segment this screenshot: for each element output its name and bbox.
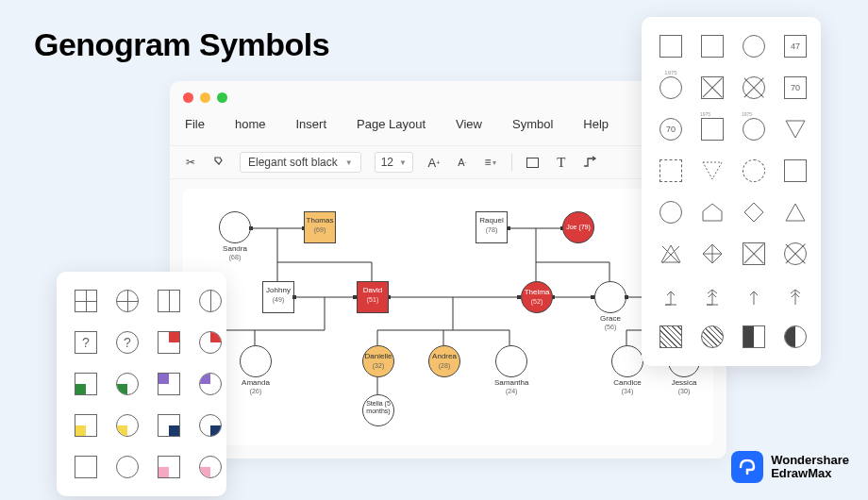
sym-circle-crosshair[interactable] [111,285,143,317]
connector-lines [183,189,713,445]
sym-r-plant1[interactable] [655,279,687,311]
node-amanda[interactable]: Amanda(26) [240,345,272,394]
sym-r-ci-halfdark[interactable] [779,321,811,353]
canvas[interactable]: Sandra(68) Thomas(69) Raquel(78) Joe (79… [183,189,713,445]
sym-r-plant3[interactable] [738,279,770,311]
sym-r-plant2[interactable] [696,279,728,311]
node-stella[interactable]: Stella (5 months) [362,394,394,428]
sym-square-pink-bl[interactable] [153,451,185,483]
increase-font-icon[interactable]: A+ [426,155,442,170]
format-painter-icon[interactable] [211,155,226,170]
sym-circle-purple-tl[interactable] [194,368,226,400]
menu-file[interactable]: File [185,117,205,131]
node-andrea[interactable]: Andrea(28) [428,345,460,379]
sym-circle-green-bl[interactable] [111,368,143,400]
sym-r-ci-years[interactable]: 1975 [738,113,770,145]
sym-square-split-vert[interactable] [153,285,185,317]
brand-icon [731,451,763,483]
node-sandra[interactable]: Sandra(68) [219,211,251,260]
node-grace[interactable]: Grace(56) [594,281,626,330]
sym-r-sq-solid[interactable] [779,155,811,187]
sym-r-diam-x[interactable] [696,238,728,270]
sym-square-navy-br[interactable] [153,409,185,442]
node-thomas[interactable]: Thomas(69) [304,211,336,245]
sym-circle-yellow-bl[interactable] [111,409,143,442]
minimize-dot[interactable] [200,92,210,103]
sym-r-square[interactable] [655,30,687,62]
sym-r-ci2[interactable] [655,196,687,228]
sym-r-tri-down[interactable] [779,113,811,145]
connector-tool-icon[interactable] [582,155,597,170]
node-david[interactable]: David(51) [357,281,389,315]
menu-page-layout[interactable]: Page Layout [357,117,426,131]
sym-r-tri-x[interactable] [655,238,687,270]
maximize-dot[interactable] [217,92,227,103]
rect-tool-icon[interactable] [526,155,541,170]
sym-circle-question[interactable]: ? [111,326,143,358]
sym-r-ci-dash[interactable] [738,155,770,187]
node-samantha[interactable]: Samantha(24) [494,345,528,394]
symbol-palette-left: ? ? [57,272,226,496]
sym-r-sq-halfdark[interactable] [738,321,770,353]
sym-r-age47[interactable]: 47 [779,30,811,62]
sym-r-triangle[interactable] [779,196,811,228]
menu-help[interactable]: Help [583,117,609,131]
divider [511,154,512,171]
sym-square-outline[interactable] [70,451,102,483]
node-joe[interactable]: Joe (79) [562,211,594,245]
symbol-palette-right: 47 1975 70 70 1975 1975 [642,17,821,366]
window-controls [183,92,227,103]
sym-r-square-x[interactable] [696,72,728,104]
sym-r-diamond[interactable] [738,196,770,228]
text-tool-icon[interactable]: T [554,155,569,170]
sym-square-question[interactable]: ? [70,326,102,358]
node-johhny[interactable]: Johhny(49) [262,281,294,315]
node-raquel[interactable]: Raquel(78) [476,211,508,245]
sym-square-purple-tl[interactable] [153,368,185,400]
sym-r-tri-dash[interactable] [696,155,728,187]
brand-text: WondershareEdrawMax [771,454,849,481]
close-dot[interactable] [183,92,193,103]
sym-r-sq-hatch[interactable] [655,321,687,353]
node-candice[interactable]: Candice(34) [611,345,643,394]
node-danielle[interactable]: Danielle(32) [362,345,394,379]
menu-view[interactable]: View [456,117,482,131]
sym-r-pentagon[interactable] [696,196,728,228]
sym-circle-pink-bl[interactable] [194,451,226,483]
sym-r-plant4[interactable] [779,279,811,311]
sym-circle-navy-br[interactable] [194,409,226,442]
font-select[interactable]: Elegant soft black▼ [240,152,361,173]
sym-r-circle-x[interactable] [738,72,770,104]
size-select[interactable]: 12▼ [375,152,413,173]
sym-r-circ70[interactable]: 70 [655,113,687,145]
brand: WondershareEdrawMax [731,451,849,483]
sym-r-square2[interactable] [696,30,728,62]
menubar: File home Insert Page Layout View Symbol… [185,117,609,131]
sym-r-circle[interactable] [738,30,770,62]
menu-insert[interactable]: Insert [295,117,326,131]
cut-icon[interactable]: ✂ [183,155,198,170]
sym-r-age70[interactable]: 70 [779,72,811,104]
sym-r-ci-x2[interactable] [779,238,811,270]
sym-circle-split-vert[interactable] [194,285,226,317]
sym-square-red-tr[interactable] [153,326,185,358]
sym-r-ci-hatch[interactable] [696,321,728,353]
sym-r-circle-age[interactable]: 1975 [655,72,687,104]
sym-square-green-bl[interactable] [70,368,102,400]
decrease-font-icon[interactable]: A- [455,155,470,170]
align-icon[interactable]: ≡▾ [483,155,498,170]
sym-square-yellow-bl[interactable] [70,409,102,442]
node-thelma[interactable]: Thelma(52) [521,281,553,315]
menu-symbol[interactable]: Symbol [512,117,553,131]
page-title: Genogram Symbols [34,26,329,63]
sym-r-sq-dash[interactable] [655,155,687,187]
menu-home[interactable]: home [235,117,266,131]
sym-square-crosshair[interactable] [70,285,102,317]
sym-circle-red-tr[interactable] [194,326,226,358]
sym-r-sq-x2[interactable] [738,238,770,270]
sym-r-sq-years[interactable]: 1975 [696,113,728,145]
sym-circle-outline[interactable] [111,451,143,483]
